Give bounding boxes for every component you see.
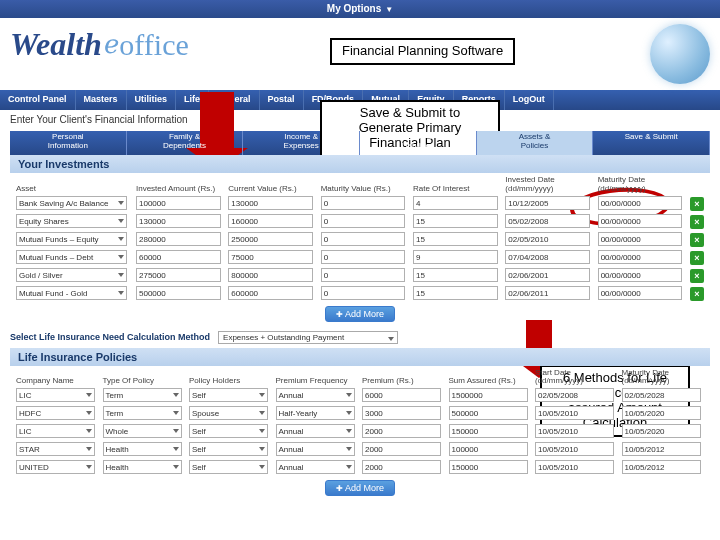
text-input[interactable]: 02/05/2008	[535, 388, 614, 402]
select-input[interactable]: Annual	[276, 388, 355, 402]
text-input[interactable]: 10/05/2010	[535, 460, 614, 474]
select-input[interactable]: Annual	[276, 460, 355, 474]
select-input[interactable]: Health	[103, 442, 182, 456]
text-input[interactable]: 800000	[228, 268, 313, 282]
text-input[interactable]: 275000	[136, 268, 221, 282]
select-input[interactable]: Self	[189, 442, 268, 456]
delete-row-button[interactable]: ×	[690, 215, 704, 229]
text-input[interactable]: 250000	[228, 232, 313, 246]
text-input[interactable]: 150000	[449, 424, 528, 438]
select-input[interactable]: Term	[103, 406, 182, 420]
text-input[interactable]: 4	[413, 196, 498, 210]
asset-select[interactable]: Bank Saving A/c Balance	[16, 196, 127, 210]
text-input[interactable]: 2000	[362, 460, 441, 474]
text-input[interactable]: 10/05/2020	[622, 406, 701, 420]
select-input[interactable]: Whole	[103, 424, 182, 438]
tab-income-[interactable]: Income &Expenses	[243, 131, 360, 155]
text-input[interactable]: 60000	[136, 250, 221, 264]
add-more-life-button[interactable]: Add More	[325, 480, 395, 496]
text-input[interactable]: 02/06/2001	[505, 268, 590, 282]
text-input[interactable]: 00/00/0000	[598, 268, 683, 282]
select-input[interactable]: Health	[103, 460, 182, 474]
text-input[interactable]: 15	[413, 214, 498, 228]
tab-goals-[interactable]: Goals &Liabilities	[360, 131, 477, 155]
text-input[interactable]: 0	[321, 214, 406, 228]
text-input[interactable]: 00/00/0000	[598, 286, 683, 300]
nav-masters[interactable]: Masters	[76, 90, 127, 110]
text-input[interactable]: 6000	[362, 388, 441, 402]
text-input[interactable]: 10/05/2020	[622, 424, 701, 438]
text-input[interactable]: 0	[321, 196, 406, 210]
text-input[interactable]: 0	[321, 286, 406, 300]
text-input[interactable]: 00/00/0000	[598, 232, 683, 246]
asset-select[interactable]: Mutual Fund - Gold	[16, 286, 127, 300]
text-input[interactable]: 0	[321, 232, 406, 246]
select-input[interactable]: Half-Yearly	[276, 406, 355, 420]
text-input[interactable]: 500000	[449, 406, 528, 420]
select-input[interactable]: Self	[189, 460, 268, 474]
tab-family-[interactable]: Family &Dependents	[127, 131, 244, 155]
select-input[interactable]: Annual	[276, 442, 355, 456]
select-input[interactable]: LIC	[16, 388, 95, 402]
text-input[interactable]: 1500000	[449, 388, 528, 402]
add-more-investments-button[interactable]: Add More	[325, 306, 395, 322]
text-input[interactable]: 0	[321, 250, 406, 264]
nav-control-panel[interactable]: Control Panel	[0, 90, 76, 110]
text-input[interactable]: 10/05/2012	[622, 460, 701, 474]
select-input[interactable]: Term	[103, 388, 182, 402]
text-input[interactable]: 280000	[136, 232, 221, 246]
delete-row-button[interactable]: ×	[690, 269, 704, 283]
asset-select[interactable]: Mutual Funds – Equity	[16, 232, 127, 246]
text-input[interactable]: 07/04/2008	[505, 250, 590, 264]
text-input[interactable]: 100000	[449, 442, 528, 456]
text-input[interactable]: 02/05/2010	[505, 232, 590, 246]
text-input[interactable]: 05/02/2008	[505, 214, 590, 228]
select-input[interactable]: Self	[189, 424, 268, 438]
text-input[interactable]: 10/05/2010	[535, 424, 614, 438]
tab-personal[interactable]: PersonalInformation	[10, 131, 127, 155]
text-input[interactable]: 02/05/2028	[622, 388, 701, 402]
select-input[interactable]: UNITED	[16, 460, 95, 474]
text-input[interactable]: 9	[413, 250, 498, 264]
text-input[interactable]: 2000	[362, 424, 441, 438]
select-input[interactable]: LIC	[16, 424, 95, 438]
text-input[interactable]: 3000	[362, 406, 441, 420]
text-input[interactable]: 10/05/2012	[622, 442, 701, 456]
text-input[interactable]: 00/00/0000	[598, 250, 683, 264]
nav-logout[interactable]: LogOut	[505, 90, 554, 110]
select-input[interactable]: Annual	[276, 424, 355, 438]
text-input[interactable]: 600000	[228, 286, 313, 300]
method-select[interactable]: Expenses + Outstanding Payment	[218, 331, 398, 344]
text-input[interactable]: 00/00/0000	[598, 214, 683, 228]
text-input[interactable]: 10/05/2010	[535, 442, 614, 456]
text-input[interactable]: 0	[321, 268, 406, 282]
nav-utilities[interactable]: Utilities	[127, 90, 177, 110]
asset-select[interactable]: Gold / Silver	[16, 268, 127, 282]
tab-assets-[interactable]: Assets &Policies	[477, 131, 594, 155]
text-input[interactable]: 02/06/2011	[505, 286, 590, 300]
text-input[interactable]: 75000	[228, 250, 313, 264]
text-input[interactable]: 15	[413, 286, 498, 300]
nav-postal[interactable]: Postal	[260, 90, 304, 110]
asset-select[interactable]: Mutual Funds – Debt	[16, 250, 127, 264]
text-input[interactable]: 10/05/2010	[535, 406, 614, 420]
text-input[interactable]: 130000	[228, 196, 313, 210]
select-input[interactable]: Spouse	[189, 406, 268, 420]
text-input[interactable]: 160000	[228, 214, 313, 228]
text-input[interactable]: 15	[413, 232, 498, 246]
text-input[interactable]: 10/12/2005	[505, 196, 590, 210]
tab-save-submit[interactable]: Save & Submit	[593, 131, 710, 155]
select-input[interactable]: HDFC	[16, 406, 95, 420]
select-input[interactable]: Self	[189, 388, 268, 402]
top-bar[interactable]: My Options▼	[0, 0, 720, 18]
delete-row-button[interactable]: ×	[690, 287, 704, 301]
text-input[interactable]: 15	[413, 268, 498, 282]
text-input[interactable]: 130000	[136, 214, 221, 228]
text-input[interactable]: 100000	[136, 196, 221, 210]
delete-row-button[interactable]: ×	[690, 251, 704, 265]
text-input[interactable]: 2000	[362, 442, 441, 456]
delete-row-button[interactable]: ×	[690, 197, 704, 211]
text-input[interactable]: 500000	[136, 286, 221, 300]
text-input[interactable]: 150000	[449, 460, 528, 474]
delete-row-button[interactable]: ×	[690, 233, 704, 247]
